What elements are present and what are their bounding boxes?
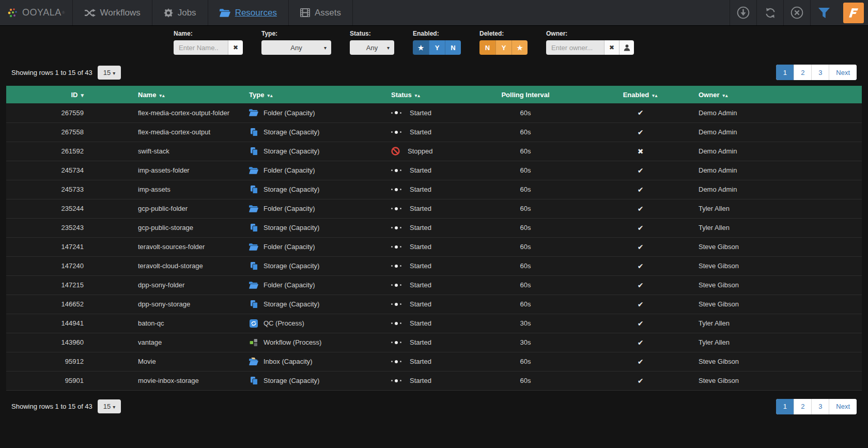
cell-status: Started <box>383 218 461 237</box>
type-select[interactable]: Any ▾ <box>261 40 331 55</box>
shuffle-icon <box>84 9 96 17</box>
cell-status: Started <box>383 275 461 295</box>
table-header: ID▾Name▾▴Type▾▴Status▾▴Polling IntervalE… <box>6 86 862 103</box>
started-icon <box>391 322 401 325</box>
sort-icons: ▾▴ <box>722 93 728 98</box>
person-icon <box>624 44 630 51</box>
table-row[interactable]: 144941baton-qcQC (Process)Started30s✔Tyl… <box>6 314 862 333</box>
cell-name: dpp-sony-storage <box>130 295 241 314</box>
cancel-button[interactable] <box>783 0 810 25</box>
cell-name: Movie <box>130 352 241 371</box>
nav-item-resources[interactable]: Resources <box>208 0 289 25</box>
column-header-owner[interactable]: Owner▾▴ <box>691 86 862 103</box>
column-header-type[interactable]: Type▾▴ <box>241 86 383 103</box>
enabled-yes-button[interactable]: Y <box>429 40 445 55</box>
pick-owner-button[interactable] <box>619 40 634 55</box>
column-header-name[interactable]: Name▾▴ <box>130 86 241 103</box>
filter-status: Status: Any ▾ <box>350 30 394 55</box>
cell-enabled: ✔ <box>590 314 691 333</box>
cell-owner: Steve Gibson <box>691 371 862 390</box>
type-select-value: Any <box>290 44 302 52</box>
table-row[interactable]: 147241teravolt-sources-folderFolder (Cap… <box>6 237 862 256</box>
table-row[interactable]: 267558flex-media-cortex-outputStorage (C… <box>6 122 862 142</box>
status-select[interactable]: Any ▾ <box>350 40 394 55</box>
cell-type: Folder (Capacity) <box>241 275 383 295</box>
nav-item-assets[interactable]: Assets <box>289 0 353 25</box>
table-row[interactable]: 267559flex-media-cortex-output-folderFol… <box>6 103 862 122</box>
pagination-top: 1 2 3 Next <box>776 65 857 80</box>
table-row[interactable]: 146652dpp-sony-storageStorage (Capacity)… <box>6 295 862 314</box>
type-label: Folder (Capacity) <box>264 205 315 212</box>
cell-enabled: ✔ <box>590 275 691 295</box>
nav-item-label: Assets <box>315 8 341 18</box>
refresh-button[interactable] <box>756 0 783 25</box>
column-label: Type <box>249 91 264 99</box>
clear-name-button[interactable]: ✖ <box>228 40 243 55</box>
cell-enabled: ✔ <box>590 352 691 371</box>
page-size-button[interactable]: 15▾ <box>98 399 121 413</box>
resource-name: gcp-public-folder <box>138 205 188 212</box>
enabled-no-button[interactable]: N <box>445 40 461 55</box>
table-row[interactable]: 235244gcp-public-folderFolder (Capacity)… <box>6 199 862 218</box>
owner-input[interactable] <box>546 40 604 55</box>
page-1-button[interactable]: 1 <box>776 65 794 80</box>
cell-status: Started <box>383 180 461 199</box>
type-label: Folder (Capacity) <box>264 281 315 289</box>
download-button[interactable] <box>730 0 756 25</box>
table-row[interactable]: 95912MovieInbox (Capacity)Started60s✔Ste… <box>6 352 862 371</box>
cell-type: Storage (Capacity) <box>241 180 383 199</box>
filter-deleted: Deleted: N Y ★ <box>479 30 528 55</box>
nav-item-jobs[interactable]: Jobs <box>152 0 208 25</box>
deleted-yes-button[interactable]: Y <box>495 40 512 55</box>
table-row[interactable]: 147240teravolt-cloud-storageStorage (Cap… <box>6 256 862 275</box>
filter-button[interactable] <box>810 0 837 25</box>
table-row[interactable]: 235243gcp-public-storageStorage (Capacit… <box>6 218 862 237</box>
cell-polling-interval: 60s <box>461 218 590 237</box>
gear-icon <box>164 8 173 18</box>
table-row[interactable]: 143960vantageWorkflow (Process)Started30… <box>6 333 862 352</box>
cell-status: Started <box>383 161 461 180</box>
column-header-id[interactable]: ID▾ <box>6 86 130 103</box>
page-2-button[interactable]: 2 <box>794 65 811 80</box>
page-size-button[interactable]: 15▾ <box>98 66 121 80</box>
folder-icon <box>249 109 258 116</box>
flex-f-icon <box>847 6 860 20</box>
nav-item-workflows[interactable]: Workflows <box>73 0 152 25</box>
clear-owner-button[interactable]: ✖ <box>604 40 619 55</box>
cell-id: 245733 <box>6 180 130 199</box>
flex-app-logo[interactable] <box>843 3 864 23</box>
page-1-button[interactable]: 1 <box>776 399 794 414</box>
table-row[interactable]: 95901movie-inbox-storageStorage (Capacit… <box>6 371 862 390</box>
page-3-button[interactable]: 3 <box>811 65 829 80</box>
enabled-check-icon: ✔ <box>638 262 644 270</box>
next-page-button[interactable]: Next <box>829 65 857 80</box>
enabled-any-button[interactable]: ★ <box>413 40 429 55</box>
name-input[interactable] <box>174 40 228 55</box>
deleted-any-button[interactable]: ★ <box>512 40 528 55</box>
cell-owner: Tyler Allen <box>691 218 862 237</box>
type-label: Storage (Capacity) <box>264 186 319 193</box>
started-icon <box>391 245 401 249</box>
resource-id: 235244 <box>61 205 84 212</box>
resource-name: vantage <box>138 338 162 346</box>
table-row[interactable]: 245734imp-assets-folderFolder (Capacity)… <box>6 161 862 180</box>
cell-polling-interval: 30s <box>461 314 590 333</box>
cell-name: vantage <box>130 333 241 352</box>
polling-interval: 60s <box>520 377 531 384</box>
started-icon <box>391 284 401 287</box>
deleted-no-button[interactable]: N <box>479 40 495 55</box>
page-2-button[interactable]: 2 <box>794 399 811 414</box>
cancel-icon <box>791 6 803 19</box>
polling-interval: 60s <box>520 358 531 365</box>
page-3-button[interactable]: 3 <box>811 399 829 414</box>
column-header-enabled[interactable]: Enabled▾▴ <box>590 86 691 103</box>
cell-enabled: ✔ <box>590 103 691 122</box>
table-row[interactable]: 147215dpp-sony-folderFolder (Capacity)St… <box>6 275 862 295</box>
table-row[interactable]: 245733imp-assetsStorage (Capacity)Starte… <box>6 180 862 199</box>
table-row[interactable]: 261592swift-stackStorage (Capacity)Stopp… <box>6 142 862 161</box>
type-label: Inbox (Capacity) <box>264 358 313 365</box>
status-label: Started <box>410 281 431 289</box>
column-header-status[interactable]: Status▾▴ <box>383 86 461 103</box>
next-page-button[interactable]: Next <box>829 399 857 414</box>
brand-logo[interactable]: OOYALA® <box>0 0 73 25</box>
